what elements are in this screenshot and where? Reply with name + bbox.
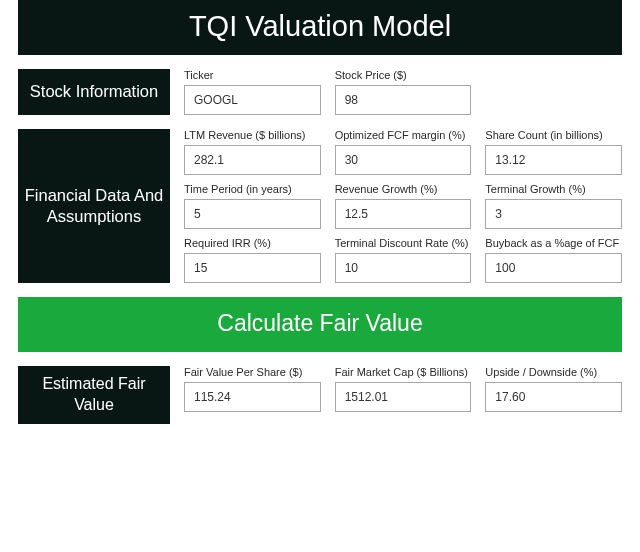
stock-price-field: Stock Price ($) xyxy=(335,69,472,115)
result-label: Estimated Fair Value xyxy=(18,366,170,424)
buyback-input[interactable] xyxy=(485,253,622,283)
fmc-label: Fair Market Cap ($ Billions) xyxy=(335,366,472,378)
required-irr-label: Required IRR (%) xyxy=(184,237,321,249)
assumptions-section: Financial Data And Assumptions LTM Reven… xyxy=(18,129,622,283)
ltm-revenue-input[interactable] xyxy=(184,145,321,175)
upside-label: Upside / Downside (%) xyxy=(485,366,622,378)
ticker-field: Ticker xyxy=(184,69,321,115)
upside-field: Upside / Downside (%) xyxy=(485,366,622,424)
terminal-growth-field: Terminal Growth (%) xyxy=(485,183,622,229)
share-count-label: Share Count (in billions) xyxy=(485,129,622,141)
ticker-label: Ticker xyxy=(184,69,321,81)
terminal-growth-label: Terminal Growth (%) xyxy=(485,183,622,195)
share-count-input[interactable] xyxy=(485,145,622,175)
stock-info-label: Stock Information xyxy=(18,69,170,115)
calculate-button[interactable]: Calculate Fair Value xyxy=(18,297,622,352)
ltm-revenue-label: LTM Revenue ($ billions) xyxy=(184,129,321,141)
revenue-growth-label: Revenue Growth (%) xyxy=(335,183,472,195)
revenue-growth-field: Revenue Growth (%) xyxy=(335,183,472,229)
fvps-field: Fair Value Per Share ($) xyxy=(184,366,321,424)
fmc-output xyxy=(335,382,472,412)
revenue-growth-input[interactable] xyxy=(335,199,472,229)
time-period-input[interactable] xyxy=(184,199,321,229)
terminal-discount-label: Terminal Discount Rate (%) xyxy=(335,237,472,249)
time-period-field: Time Period (in years) xyxy=(184,183,321,229)
fmc-field: Fair Market Cap ($ Billions) xyxy=(335,366,472,424)
fvps-output xyxy=(184,382,321,412)
stock-price-label: Stock Price ($) xyxy=(335,69,472,81)
ticker-input[interactable] xyxy=(184,85,321,115)
fvps-label: Fair Value Per Share ($) xyxy=(184,366,321,378)
required-irr-field: Required IRR (%) xyxy=(184,237,321,283)
time-period-label: Time Period (in years) xyxy=(184,183,321,195)
buyback-field: Buyback as a %age of FCF xyxy=(485,237,622,283)
upside-output xyxy=(485,382,622,412)
terminal-discount-field: Terminal Discount Rate (%) xyxy=(335,237,472,283)
buyback-label: Buyback as a %age of FCF xyxy=(485,237,622,249)
terminal-growth-input[interactable] xyxy=(485,199,622,229)
fcf-margin-input[interactable] xyxy=(335,145,472,175)
page-title: TQI Valuation Model xyxy=(18,0,622,55)
result-section: Estimated Fair Value Fair Value Per Shar… xyxy=(18,366,622,424)
share-count-field: Share Count (in billions) xyxy=(485,129,622,175)
fcf-margin-label: Optimized FCF margin (%) xyxy=(335,129,472,141)
stock-info-section: Stock Information Ticker Stock Price ($) xyxy=(18,69,622,115)
required-irr-input[interactable] xyxy=(184,253,321,283)
assumptions-label: Financial Data And Assumptions xyxy=(18,129,170,283)
stock-price-input[interactable] xyxy=(335,85,472,115)
ltm-revenue-field: LTM Revenue ($ billions) xyxy=(184,129,321,175)
fcf-margin-field: Optimized FCF margin (%) xyxy=(335,129,472,175)
terminal-discount-input[interactable] xyxy=(335,253,472,283)
